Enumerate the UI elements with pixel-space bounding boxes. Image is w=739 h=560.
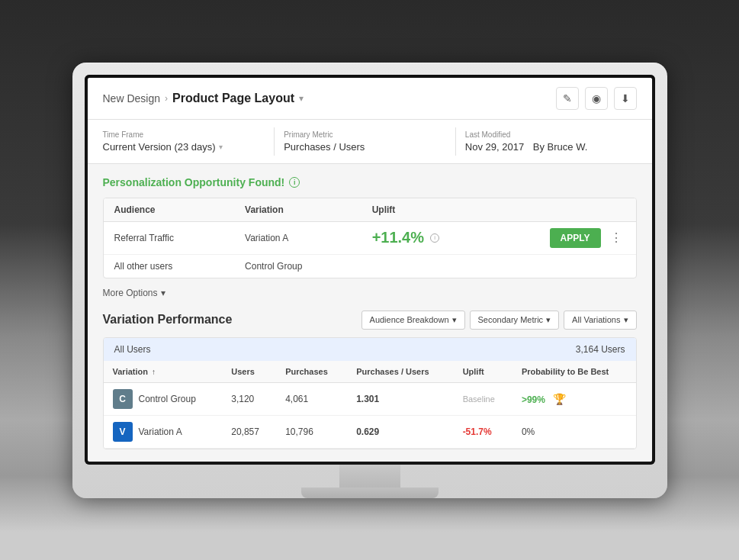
- uplift-2: -51.7%: [454, 415, 512, 448]
- col-probability[interactable]: Probability to Be Best: [512, 361, 636, 383]
- breadcrumb-current: Product Page Layout: [172, 92, 294, 105]
- time-frame-item: Time Frame Current Version (23 days) ▾: [103, 127, 275, 156]
- col-variation[interactable]: Variation ↑: [104, 361, 223, 383]
- secondary-metric-caret-icon: ▾: [546, 315, 551, 325]
- variation-name-2: Variation A: [139, 426, 182, 437]
- all-users-bar: All Users 3,164 Users: [104, 338, 636, 361]
- col-purchases[interactable]: Purchases: [276, 361, 347, 383]
- opp-col-audience: Audience: [104, 198, 235, 222]
- monitor-stand: [301, 488, 439, 498]
- download-button[interactable]: ⬇: [614, 87, 637, 110]
- purchases-1: 4,061: [276, 382, 347, 415]
- opp-variation-2: Control Group: [234, 254, 361, 278]
- breadcrumb: New Design › Product Page Layout ▾: [103, 92, 304, 105]
- variation-cell-inner-2: V Variation A: [113, 422, 214, 442]
- monitor: New Design › Product Page Layout ▾ ✎ ◉ ⬇: [72, 63, 667, 498]
- preview-button[interactable]: ◉: [585, 87, 608, 110]
- uplift-cell: +11.4% i APPLY ⋮: [372, 228, 625, 248]
- more-options-link[interactable]: More Options ▾: [103, 288, 637, 298]
- opp-audience-2: All other users: [104, 254, 235, 278]
- section-header: Variation Performance Audience Breakdown…: [103, 311, 637, 330]
- variation-badge-c: C: [113, 389, 133, 409]
- app-header: New Design › Product Page Layout ▾ ✎ ◉ ⬇: [88, 78, 652, 120]
- probability-1: >99% 🏆: [512, 382, 636, 415]
- opp-uplift-2: [361, 254, 636, 278]
- variation-name-1: Control Group: [139, 394, 196, 404]
- purchases-users-2: 0.629: [347, 415, 453, 448]
- all-variations-button[interactable]: All Variations ▾: [564, 311, 636, 330]
- primary-metric-label: Primary Metric: [284, 130, 446, 139]
- edit-icon: ✎: [563, 92, 572, 105]
- section-controls: Audience Breakdown ▾ Secondary Metric ▾ …: [361, 311, 637, 330]
- time-frame-label: Time Frame: [103, 130, 265, 139]
- primary-metric-value: Purchases / Users: [284, 141, 446, 153]
- monitor-screen: New Design › Product Page Layout ▾ ✎ ◉ ⬇: [85, 75, 655, 465]
- edit-button[interactable]: ✎: [556, 87, 579, 110]
- opp-audience-1: Referral Traffic: [104, 221, 235, 254]
- time-frame-value[interactable]: Current Version (23 days) ▾: [103, 141, 265, 153]
- all-users-count: 3,164 Users: [576, 344, 625, 355]
- variation-badge-v: V: [113, 422, 133, 442]
- monitor-base: [85, 465, 655, 498]
- trophy-icon: 🏆: [553, 393, 566, 405]
- eye-icon: ◉: [592, 92, 601, 105]
- main-content: Personalization Opportunity Found! i Aud…: [88, 164, 652, 462]
- time-frame-caret-icon: ▾: [219, 143, 223, 151]
- variation-cell-2: V Variation A: [104, 415, 223, 448]
- opp-variation-1: Variation A: [234, 221, 361, 254]
- opportunity-banner: Personalization Opportunity Found! i: [103, 176, 637, 188]
- audience-caret-icon: ▾: [452, 315, 457, 325]
- opp-col-uplift: Uplift: [361, 198, 636, 222]
- last-modified-item: Last Modified Nov 29, 2017 By Bruce W.: [456, 127, 637, 156]
- col-users[interactable]: Users: [222, 361, 276, 383]
- users-1: 3,120: [222, 382, 276, 415]
- download-icon: ⬇: [621, 92, 630, 105]
- section-title: Variation Performance: [103, 313, 233, 327]
- all-variations-caret-icon: ▾: [624, 315, 628, 325]
- screen-content: New Design › Product Page Layout ▾ ✎ ◉ ⬇: [88, 78, 652, 462]
- table-row: Referral Traffic Variation A +11.4% i AP…: [104, 221, 636, 254]
- users-2: 20,857: [222, 415, 276, 448]
- table-row: V Variation A 20,857 10,796 0.629 -51.7%…: [104, 415, 636, 448]
- monitor-neck: [339, 465, 400, 488]
- last-modified-value: Nov 29, 2017 By Bruce W.: [465, 141, 628, 153]
- opp-uplift-1: +11.4% i APPLY ⋮: [361, 221, 636, 254]
- variation-cell-inner: C Control Group: [113, 389, 214, 409]
- audience-breakdown-button[interactable]: Audience Breakdown ▾: [361, 311, 465, 330]
- uplift-info-icon: i: [430, 233, 439, 243]
- probability-2: 0%: [512, 415, 636, 448]
- more-options-caret-icon: ▾: [161, 288, 165, 298]
- all-users-label: All Users: [114, 344, 151, 355]
- chevron-down-icon[interactable]: ▾: [299, 93, 304, 104]
- performance-table: Variation ↑ Users Purchases Purchases / …: [104, 361, 636, 449]
- opp-table: Audience Variation Uplift Referral Traff…: [104, 198, 636, 278]
- info-icon: i: [289, 177, 300, 188]
- secondary-metric-button[interactable]: Secondary Metric ▾: [470, 311, 560, 330]
- variation-cell-1: C Control Group: [104, 382, 223, 415]
- uplift-value: +11.4%: [372, 229, 424, 246]
- uplift-1: Baseline: [454, 382, 512, 415]
- header-actions: ✎ ◉ ⬇: [556, 87, 637, 110]
- meta-bar: Time Frame Current Version (23 days) ▾ P…: [88, 120, 652, 164]
- purchases-2: 10,796: [276, 415, 347, 448]
- last-modified-label: Last Modified: [465, 130, 628, 139]
- purchases-users-1: 1.301: [347, 382, 453, 415]
- primary-metric-item: Primary Metric Purchases / Users: [275, 127, 456, 156]
- table-row: All other users Control Group: [104, 254, 636, 278]
- breadcrumb-parent[interactable]: New Design: [103, 92, 160, 105]
- col-purchases-users[interactable]: Purchases / Users: [347, 361, 453, 383]
- opportunity-table: Audience Variation Uplift Referral Traff…: [103, 198, 637, 278]
- breadcrumb-arrow: ›: [165, 93, 168, 104]
- performance-table-container: All Users 3,164 Users Variation ↑ Users …: [103, 337, 637, 449]
- col-uplift[interactable]: Uplift: [454, 361, 512, 383]
- apply-button[interactable]: APPLY: [550, 228, 601, 248]
- more-options-icon[interactable]: ⋮: [607, 230, 625, 245]
- table-row: C Control Group 3,120 4,061 1.301 Baseli…: [104, 382, 636, 415]
- opp-col-variation: Variation: [234, 198, 361, 222]
